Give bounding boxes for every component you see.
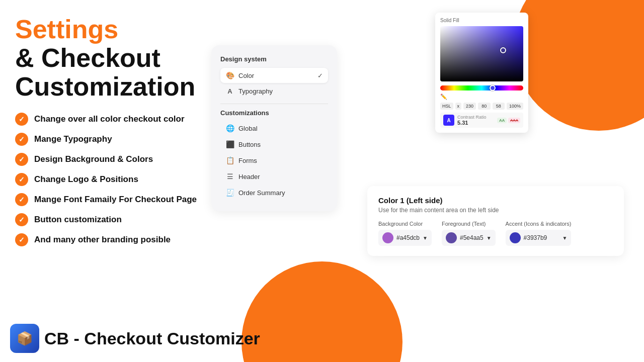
check-icon-7: ✓ [15,233,28,246]
hsl-h-value[interactable]: 230 [463,103,476,110]
feature-text-6: Button customization [34,215,122,225]
check-icon-1: ✓ [15,113,28,126]
swatch-accent-hex: #3937b9 [524,234,547,241]
order-summary-label: Order Summary [238,189,285,197]
swatch-bg-label: Background Color [378,221,432,227]
hue-handle[interactable] [490,85,496,91]
solid-fill-label: Solid Fill [440,18,523,23]
color-picker-panel: Solid Fill ✏️ HSL x 230 80 58 100% A Con… [435,13,528,133]
color-gradient-box[interactable] [440,26,523,81]
swatch-bg-circle [382,232,393,243]
swatch-group-fg: Foreground (Text) #5e4aa5 ▼ [442,221,496,246]
feature-item-4: ✓ Change Logo & Positions [15,173,221,186]
swatch-accent-circle [510,232,521,243]
hue-slider[interactable] [440,85,523,90]
pencil-icon-row: ✏️ [440,94,523,100]
panel-item-header[interactable]: ☰ Header [220,169,328,184]
hsl-s-value[interactable]: 80 [478,103,490,110]
left-column: Settings & Checkout Customization ✓ Chan… [15,15,221,246]
global-icon: 🌐 [225,124,234,132]
header-label: Header [238,173,260,180]
hsl-badge: HSL [440,103,453,110]
contrast-row: A Contrast Ratio 5.31 AA AAA [440,113,523,128]
swatch-bg-hex: #a45dcb [396,234,420,241]
feature-text-4: Change Logo & Positions [34,174,138,185]
aa-pass-badge: AA [497,118,507,123]
feature-item-3: ✓ Design Background & Colors [15,153,221,166]
feature-text-3: Design Background & Colors [34,154,153,164]
color1-panel: Color 1 (Left side) Use for the main con… [367,186,624,256]
contrast-info: Contrast Ratio 5.31 [457,115,494,126]
swatch-bg-picker[interactable]: #a45dcb ▼ [378,230,432,246]
hsl-row: HSL x 230 80 58 100% [440,103,523,110]
check-icon-5: ✓ [15,193,28,206]
panel-divider [220,104,328,104]
aa-badges: AA AAA [497,118,520,123]
color-picker-handle[interactable] [500,47,506,53]
color1-subtitle: Use for the main content area on the lef… [378,207,613,214]
contrast-ratio-label: Contrast Ratio [457,115,494,120]
aaa-fail-badge: AAA [508,118,520,123]
feature-item-2: ✓ Mange Typography [15,133,221,146]
pencil-icon: ✏️ [440,94,447,100]
swatch-group-bg: Background Color #a45dcb ▼ [378,221,432,246]
swatch-fg-label: Foreground (Text) [442,221,496,227]
check-icon-3: ✓ [15,153,28,166]
order-summary-icon: 🧾 [225,189,234,197]
hsl-l-value[interactable]: 58 [493,103,505,110]
decoration-circle-top-right [513,0,644,131]
global-label: Global [238,125,258,132]
color1-title: Color 1 (Left side) [378,196,613,205]
panel-item-forms[interactable]: 📋 Forms [220,153,328,168]
panel-item-order-summary[interactable]: 🧾 Order Summary [220,185,328,200]
forms-label: Forms [238,157,257,164]
feature-text-2: Mange Typography [34,134,112,144]
swatch-accent-arrow: ▼ [562,235,568,241]
feature-item-6: ✓ Button customization [15,213,221,226]
contrast-value: 5.31 [457,120,494,126]
color-checkmark: ✓ [317,72,323,79]
color1-swatches: Background Color #a45dcb ▼ Foreground (T… [378,221,613,246]
swatch-fg-picker[interactable]: #5e4aa5 ▼ [442,230,496,246]
brand-logo-icon: 📦 [10,324,39,353]
swatch-accent-label: Accent (Icons & indicators) [506,221,572,227]
typography-label: Typography [238,87,273,95]
check-icon-6: ✓ [15,213,28,226]
feature-text-1: Change over all color checkout color [34,114,185,124]
swatch-fg-arrow: ▼ [487,235,492,241]
forms-icon: 📋 [225,156,234,164]
customizations-label: Customizations [220,109,328,117]
design-system-panel: Design system 🎨 Color ✓ A Typography Cus… [211,45,337,211]
panel-item-global[interactable]: 🌐 Global [220,121,328,136]
brand-name-text: CB - Checkout Customizer [44,329,260,348]
panel-item-typography[interactable]: A Typography [220,84,328,99]
panel-item-color[interactable]: 🎨 Color ✓ [220,68,328,83]
typography-icon: A [225,87,234,95]
title-checkout: & Checkout Customization [15,44,221,101]
panel-item-buttons[interactable]: ⬛ Buttons [220,137,328,152]
buttons-label: Buttons [238,141,261,148]
design-system-label: Design system [220,55,328,63]
hsl-x-badge: x [455,103,462,110]
check-icon-4: ✓ [15,173,28,186]
swatch-fg-hex: #5e4aa5 [460,234,484,241]
header-icon: ☰ [225,172,234,180]
feature-item-7: ✓ And many other branding posible [15,233,221,246]
brand-bar: 📦 CB - Checkout Customizer [10,324,260,353]
feature-text-7: And many other branding posible [34,235,171,245]
hsl-a-value[interactable]: 100% [507,103,523,110]
feature-list: ✓ Change over all color checkout color ✓… [15,113,221,246]
color-icon: 🎨 [225,71,234,79]
decoration-circle-bottom-center [242,261,403,362]
contrast-swatch: A [443,115,454,126]
check-icon-2: ✓ [15,133,28,146]
swatch-group-accent: Accent (Icons & indicators) #3937b9 ▼ [506,221,572,246]
feature-text-5: Mange Font Famaily For Checkout Page [34,195,197,205]
swatch-accent-picker[interactable]: #3937b9 ▼ [506,230,572,246]
title-settings: Settings [15,15,221,44]
feature-item-1: ✓ Change over all color checkout color [15,113,221,126]
feature-item-5: ✓ Mange Font Famaily For Checkout Page [15,193,221,206]
buttons-icon: ⬛ [225,140,234,148]
swatch-bg-arrow: ▼ [423,235,428,241]
color-label: Color [238,72,254,79]
